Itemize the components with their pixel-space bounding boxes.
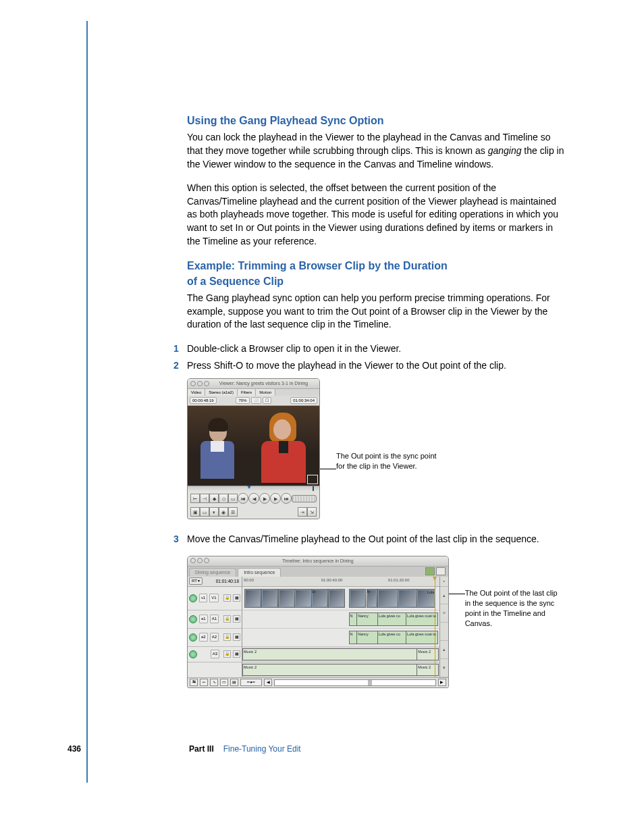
mark-in-button[interactable]: ⊢ — [190, 494, 200, 503]
track-a2[interactable]: N Nancy Lola gives co Lola gives coat to — [242, 629, 439, 647]
video-clip[interactable] — [294, 589, 311, 608]
source-a1[interactable]: a1 — [199, 615, 208, 623]
timeline-tracks[interactable]: 00:00 01:00:40:00 01:01:20:00 Di N — [242, 577, 439, 677]
viewer-canvas[interactable] — [188, 406, 319, 486]
source-a2[interactable]: a2 — [199, 633, 208, 641]
step-back-button[interactable]: ◀ — [248, 493, 259, 504]
playhead-icon[interactable] — [247, 486, 251, 489]
track-v1[interactable]: Di N Lola — [242, 587, 439, 610]
video-clip[interactable] — [278, 589, 295, 608]
clip-button[interactable]: ▭ — [228, 494, 238, 503]
play-button[interactable]: ▶ — [259, 493, 270, 504]
view-popup[interactable]: ⬜ — [251, 397, 261, 404]
rt-popup[interactable]: RT ▾ — [189, 577, 203, 584]
static-region[interactable]: ▪ — [440, 577, 448, 587]
scrubber-bar[interactable] — [188, 486, 319, 491]
insert-button[interactable]: ⇥ — [298, 507, 307, 517]
lock-icon[interactable]: 🔒 — [223, 633, 231, 641]
lock-icon[interactable]: 🔒 — [223, 650, 231, 658]
music-clip[interactable]: Music 2 — [417, 648, 439, 660]
marker-button[interactable]: ◆ — [209, 494, 219, 503]
tab-motion[interactable]: Motion — [256, 389, 275, 396]
visibility-icon[interactable]: ▦ — [233, 594, 240, 602]
minimize-icon[interactable] — [197, 381, 203, 386]
timecode-current[interactable]: 01:00:34:04 — [290, 397, 317, 404]
zoom-icon[interactable] — [204, 381, 209, 386]
source-v1[interactable]: v1 — [199, 594, 207, 602]
video-clip[interactable] — [398, 589, 417, 608]
step-fwd-button[interactable]: ▶ — [270, 493, 281, 504]
keyframe-button[interactable]: ∿ — [210, 679, 218, 686]
overlay-popup[interactable]: ☐ — [263, 397, 271, 404]
lock-icon[interactable]: 🔒 — [223, 594, 231, 602]
music-clip[interactable]: Music 2 — [417, 664, 439, 676]
button-bar[interactable] — [436, 567, 446, 575]
music-clip[interactable]: Music 2 — [242, 664, 419, 676]
tab-video[interactable]: Video — [188, 389, 205, 396]
audio-clip[interactable]: Nancy — [356, 631, 379, 644]
auto-select-icon[interactable] — [189, 594, 197, 602]
scroll-track[interactable] — [440, 623, 448, 641]
video-clip[interactable] — [261, 589, 278, 608]
gen-button[interactable]: ◉ — [219, 507, 228, 517]
video-clip[interactable] — [244, 589, 261, 608]
minimize-icon[interactable] — [197, 558, 203, 563]
overlay-button[interactable]: ▭ — [220, 679, 228, 686]
video-clip[interactable]: Di — [311, 589, 328, 608]
h-scrollbar[interactable] — [274, 679, 436, 686]
audio-clip[interactable]: Lola gives co — [377, 613, 408, 626]
snap-button[interactable]: ═ — [200, 679, 208, 686]
track-a4[interactable]: Music 2 Music 2 — [242, 662, 439, 677]
dest-a3[interactable]: A3 — [211, 650, 219, 658]
tab-intro[interactable]: Intro sequence — [238, 568, 281, 577]
dest-v1[interactable]: V1 — [209, 594, 218, 602]
close-icon[interactable] — [190, 558, 196, 563]
lock-icon[interactable]: 🔒 — [223, 615, 231, 623]
sync-button[interactable]: ☰ — [228, 507, 238, 517]
recent-button[interactable]: ▾ — [209, 507, 219, 517]
music-clip[interactable]: Music 2 — [242, 648, 419, 660]
dest-a2[interactable]: A2 — [210, 633, 219, 641]
video-clip[interactable]: N — [367, 589, 378, 608]
scroll-up[interactable]: ▴ — [440, 587, 448, 605]
audio-clip[interactable]: Nancy — [356, 613, 379, 626]
auto-select-icon[interactable] — [189, 633, 197, 642]
timeline-ruler[interactable]: 00:00 01:00:40:00 01:01:20:00 — [242, 577, 439, 587]
next-edit-button[interactable]: ⏭ — [281, 493, 292, 504]
mute-icon[interactable]: ▦ — [233, 633, 240, 641]
scroll-down[interactable]: ▾ — [440, 659, 448, 677]
auto-select-icon[interactable] — [189, 615, 197, 623]
mute-icon[interactable]: ▦ — [233, 615, 240, 623]
track-height[interactable]: ≡ — [440, 604, 448, 623]
tab-dining[interactable]: Dining sequence — [189, 568, 236, 577]
video-clip[interactable] — [349, 589, 366, 608]
timecode-duration[interactable]: 00:00:48:19 — [190, 397, 217, 404]
auto-select-icon[interactable] — [189, 650, 197, 658]
tab-filters[interactable]: Filters — [238, 389, 256, 396]
audio-clip[interactable]: Lola gives coat to — [406, 613, 438, 626]
video-clip[interactable] — [328, 589, 345, 608]
rt-indicator[interactable] — [425, 567, 435, 575]
track-a1[interactable]: N Nancy Lola gives co Lola gives coat to — [242, 610, 439, 629]
keyframe-button[interactable]: ◇ — [219, 494, 228, 503]
scroll-right[interactable]: ▶ — [438, 679, 446, 686]
zoom-icon[interactable] — [204, 558, 209, 563]
video-clip[interactable]: Lola — [417, 589, 435, 608]
video-clip[interactable] — [377, 589, 398, 608]
timeline-timecode[interactable]: 01:01:40:18 — [205, 578, 240, 584]
overwrite-button[interactable]: ⇲ — [307, 507, 317, 517]
tab-stereo[interactable]: Stereo (a1a2) — [205, 389, 238, 396]
close-icon[interactable] — [190, 381, 196, 386]
audio-clip[interactable]: Lola gives co — [377, 631, 408, 644]
link-button[interactable]: ⇆ — [190, 679, 198, 686]
timeline-playhead[interactable] — [435, 577, 435, 677]
track-a3[interactable]: Music 2 Music 2 — [242, 647, 439, 662]
scroll-up-2[interactable]: ▴ — [440, 641, 448, 659]
mute-icon[interactable]: ▦ — [233, 650, 240, 658]
dest-a1[interactable]: A1 — [210, 615, 219, 623]
match-frame-button[interactable]: ▣ — [190, 507, 200, 517]
mark-clip-button[interactable]: ▭ — [200, 507, 209, 517]
zoom-slider[interactable]: ━●━ — [240, 679, 262, 686]
jog-control[interactable] — [292, 495, 317, 502]
track-size-button[interactable]: ▤ — [230, 679, 238, 686]
